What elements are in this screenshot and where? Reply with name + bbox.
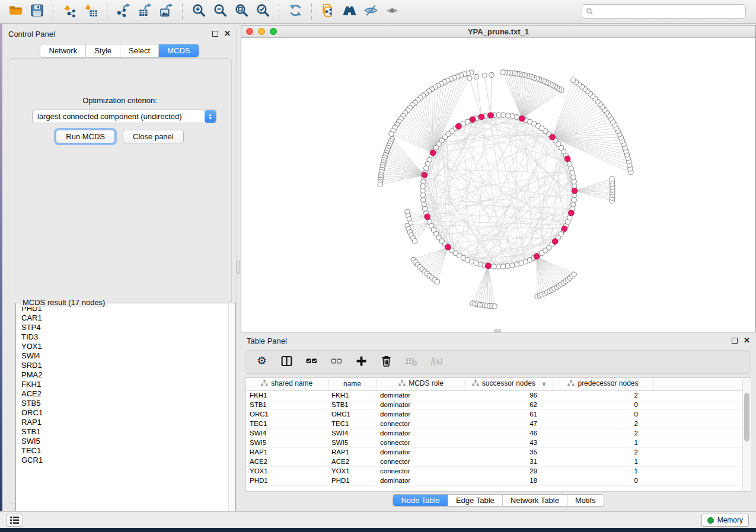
table-cell[interactable]: STB1	[328, 400, 377, 409]
table-cell[interactable]: dominator	[377, 390, 465, 400]
mcds-result-item[interactable]: STP4	[17, 323, 228, 332]
table-row[interactable]: STB1STB1dominator620	[246, 400, 744, 409]
table-row[interactable]: YOX1YOX1connector291	[246, 466, 744, 476]
mcds-result-item[interactable]: TEC1	[17, 446, 228, 456]
table-cell[interactable]: TEC1	[328, 419, 377, 428]
table-cell[interactable]: 0	[553, 476, 653, 485]
table-cell[interactable]: RAP1	[246, 447, 328, 457]
mcds-node[interactable]	[572, 188, 578, 194]
mcds-result-item[interactable]: RAP1	[17, 418, 228, 427]
float-panel-icon[interactable]	[212, 31, 218, 37]
memory-button[interactable]: Memory	[701, 514, 749, 527]
add-column-button[interactable]	[353, 354, 369, 370]
table-row[interactable]: ACE2ACE2connector311	[246, 457, 744, 466]
table-cell[interactable]: YOX1	[246, 466, 328, 476]
mcds-node[interactable]	[479, 114, 484, 120]
tab-style[interactable]: Style	[85, 44, 120, 57]
save-session-button[interactable]	[26, 2, 47, 21]
mcds-node[interactable]	[422, 172, 428, 178]
table-cell[interactable]: 18	[465, 476, 553, 485]
mcds-node[interactable]	[569, 210, 575, 216]
table-cell[interactable]: YOX1	[328, 466, 377, 476]
tab-node-table[interactable]: Node Table	[393, 495, 448, 506]
table-cell[interactable]: SWI5	[328, 438, 377, 447]
table-cell[interactable]: connector	[377, 457, 465, 466]
mcds-node[interactable]	[534, 254, 540, 259]
table-cell[interactable]: 31	[465, 457, 553, 466]
column-header-shared-name[interactable]: shared name	[246, 378, 328, 390]
table-cell[interactable]: ACE2	[328, 457, 377, 466]
table-row[interactable]: SWI5SWI5connector431	[246, 438, 744, 447]
zoom-selected-button[interactable]	[252, 2, 273, 21]
mcds-node[interactable]	[445, 244, 451, 250]
tab-mcds[interactable]: MCDS	[158, 44, 198, 57]
copy-network-button[interactable]	[317, 2, 339, 21]
column-layout-button[interactable]	[278, 354, 295, 370]
optimization-criterion-select[interactable]: largest connected component (undirected)…	[32, 110, 217, 123]
mcds-node[interactable]	[550, 134, 556, 140]
mcds-result-item[interactable]: ORC1	[17, 408, 228, 418]
export-image-button[interactable]	[155, 2, 177, 21]
table-cell[interactable]: TEC1	[246, 419, 328, 428]
mcds-node[interactable]	[488, 113, 494, 118]
mcds-result-item[interactable]: SWI4	[17, 351, 228, 361]
table-cell[interactable]: FKH1	[328, 390, 377, 400]
table-cell[interactable]: 0	[553, 409, 653, 419]
table-cell[interactable]: ORC1	[246, 409, 328, 419]
table-cell[interactable]: FKH1	[246, 390, 328, 400]
table-cell[interactable]: 1	[553, 438, 653, 447]
table-row[interactable]: SWI4SWI4dominator462	[246, 428, 744, 438]
export-network-button[interactable]	[113, 2, 134, 21]
table-row[interactable]: ORC1ORC1dominator610	[246, 409, 744, 419]
hide-selected-button[interactable]	[360, 2, 381, 21]
result-list-scrollbar[interactable]	[228, 304, 235, 523]
table-cell[interactable]: dominator	[377, 409, 465, 419]
zoom-fit-button[interactable]	[231, 2, 252, 21]
mcds-result-list[interactable]: PHD1CAR1STP4TID3YOX1SWI4SRD1PMA2FKH1ACE2…	[17, 304, 228, 523]
float-table-panel-icon[interactable]	[732, 338, 738, 344]
mcds-result-item[interactable]: SWI5	[17, 437, 228, 446]
table-row[interactable]: FKH1FKH1dominator962	[246, 390, 744, 400]
mcds-node[interactable]	[562, 226, 567, 232]
mcds-result-item[interactable]: GCR1	[17, 456, 228, 465]
mcds-node[interactable]	[519, 116, 525, 122]
deselect-all-columns-button[interactable]	[328, 354, 344, 370]
export-table-button[interactable]	[134, 2, 155, 21]
table-row[interactable]: PHD1PHD1dominator180	[246, 476, 744, 485]
import-network-button[interactable]	[59, 2, 80, 21]
column-header-successor-nodes[interactable]: successor nodes∨	[465, 378, 553, 390]
table-cell[interactable]: 1	[553, 457, 653, 466]
mcds-result-item[interactable]: YOX1	[17, 342, 228, 351]
zoom-in-button[interactable]	[188, 2, 209, 21]
table-cell[interactable]: 0	[553, 400, 653, 409]
table-cell[interactable]: dominator	[377, 447, 465, 457]
table-cell[interactable]: 96	[465, 390, 553, 400]
table-cell[interactable]: dominator	[377, 400, 465, 409]
table-cell[interactable]: 2	[553, 447, 653, 457]
table-cell[interactable]: 35	[465, 447, 553, 457]
table-cell[interactable]: 47	[465, 419, 553, 428]
table-cell[interactable]: 43	[465, 438, 553, 447]
table-cell[interactable]: RAP1	[328, 447, 377, 457]
tab-select[interactable]: Select	[120, 44, 158, 57]
mcds-result-item[interactable]: CAR1	[17, 313, 228, 323]
mcds-node[interactable]	[485, 263, 491, 269]
table-cell[interactable]: PHD1	[328, 476, 377, 485]
column-header-name[interactable]: name	[328, 378, 377, 390]
mcds-node[interactable]	[552, 239, 558, 245]
table-cell[interactable]: ACE2	[246, 457, 328, 466]
vertical-splitter-grip[interactable]	[236, 261, 240, 274]
import-table-button[interactable]	[80, 2, 101, 21]
network-window-titlebar[interactable]: YPA_prune.txt_1	[241, 25, 755, 38]
task-history-button[interactable]	[6, 514, 23, 527]
table-scrollbar[interactable]	[742, 379, 750, 491]
table-cell[interactable]: 2	[553, 428, 653, 438]
column-header-predecessor-nodes[interactable]: predecessor nodes	[553, 378, 653, 390]
table-row[interactable]: RAP1RAP1dominator352	[246, 447, 744, 457]
table-cell[interactable]: 61	[465, 409, 553, 419]
network-canvas[interactable]	[241, 38, 755, 332]
close-panel-button[interactable]: Close panel	[123, 130, 184, 143]
search-input[interactable]	[596, 6, 742, 18]
table-cell[interactable]: 46	[465, 428, 553, 438]
mcds-node[interactable]	[470, 117, 476, 123]
